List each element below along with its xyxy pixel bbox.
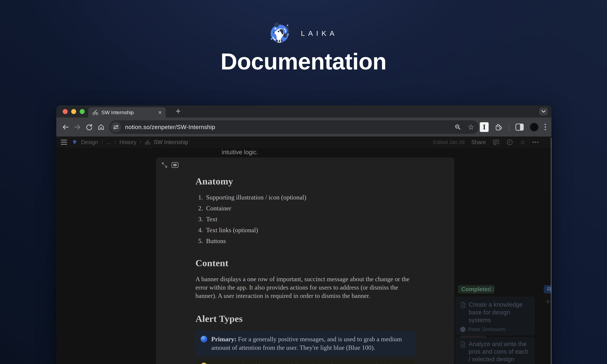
content-paragraph: A banner displays a one row of important… (196, 275, 417, 300)
expand-icon[interactable] (161, 162, 168, 168)
tab-strip: SW Internship × + (56, 105, 552, 117)
toolbar-divider (509, 123, 509, 131)
site-settings-button[interactable] (111, 122, 121, 132)
warning-alert-label: Warning: (211, 363, 238, 364)
notion-actions: Edited Jan 26 Share ☆ ••• (433, 139, 539, 146)
gem-icon (72, 140, 78, 145)
breadcrumb-current[interactable]: SW Internship (154, 139, 188, 145)
tab-sw-internship[interactable]: SW Internship × (88, 107, 166, 117)
browser-window: SW Internship × + (56, 105, 552, 364)
toolbar-extensions: I (480, 122, 546, 132)
notion-content: intuitive logic. Completed 48 Review + C… (56, 148, 552, 364)
page-scrollbar[interactable] (551, 138, 552, 364)
breadcrumb-separator: / (140, 139, 141, 145)
browser-toolbar: notion.so/zenpeter/SW-Internship ☆ I (56, 117, 552, 136)
document-icon (460, 341, 466, 348)
document-icon (460, 302, 466, 308)
edited-timestamp: Edited Jan 26 (433, 139, 465, 145)
extensions-puzzle-icon[interactable] (495, 123, 503, 131)
menu-icon[interactable] (61, 140, 67, 145)
chevron-down-icon (541, 110, 546, 113)
share-button[interactable]: Share (471, 139, 486, 145)
omnibox-icons: ☆ (454, 123, 474, 131)
minimize-window-button[interactable] (71, 109, 76, 114)
anatomy-item: Buttons (205, 238, 417, 244)
primary-alert-text: Primary: For a generally positive messag… (211, 335, 410, 352)
forward-arrow-icon (74, 124, 81, 130)
tab-search-button[interactable] (539, 108, 548, 115)
yellow-dot-icon (201, 363, 207, 364)
add-card-button[interactable]: + (546, 297, 551, 306)
assignee-name: Peter Zenkovich (468, 326, 505, 332)
anatomy-item: Text (205, 216, 417, 222)
side-panel-icon[interactable] (515, 124, 524, 130)
image-block[interactable]: Anatomy Supporting illustration / icon (… (156, 157, 454, 364)
blue-dot-icon (201, 336, 207, 342)
breadcrumb-separator: / (102, 139, 103, 145)
new-tab-button[interactable]: + (172, 105, 184, 117)
anatomy-item: Container (205, 205, 417, 212)
address-bar[interactable]: notion.so/zenpeter/SW-Internship ☆ (109, 120, 479, 134)
anatomy-heading: Anatomy (196, 176, 417, 187)
forward-button[interactable] (71, 120, 83, 134)
kanban-column-review[interactable]: Review (544, 285, 552, 293)
more-options-icon[interactable]: ••• (532, 139, 539, 145)
browser-menu-icon[interactable] (545, 124, 546, 130)
home-button[interactable] (95, 120, 107, 134)
view-original-icon[interactable] (172, 162, 178, 168)
comments-icon[interactable] (493, 139, 500, 146)
primary-alert-callout: Primary: For a generally positive messag… (196, 331, 415, 356)
laika-logo-icon (269, 23, 291, 44)
window-controls (63, 105, 85, 117)
header: LAIKA (0, 23, 607, 44)
tune-icon (113, 124, 119, 130)
bookmark-star-icon[interactable]: ☆ (468, 123, 474, 131)
warning-alert-callout: Warning: Should be used carefully as the… (196, 360, 415, 364)
documentation-body: Anatomy Supporting illustration / icon (… (196, 176, 417, 364)
reload-button[interactable] (83, 120, 95, 134)
intro-paragraph-tail: intuitive logic. (222, 149, 258, 156)
back-arrow-icon (62, 124, 69, 130)
primary-alert-label: Primary: (211, 336, 237, 343)
kanban-column-count: 48 (488, 286, 494, 293)
zoom-page-icon[interactable] (454, 124, 461, 130)
breadcrumb: Design / ... / History / SW Internship (61, 139, 188, 145)
breadcrumb-ellipsis[interactable]: ... (106, 139, 111, 145)
back-button[interactable] (60, 120, 71, 134)
tab-title: SW Internship (101, 109, 155, 116)
assignee-avatar (460, 327, 466, 332)
brand-name: LAIKA (297, 29, 338, 38)
tab-close-icon[interactable]: × (158, 109, 162, 116)
breadcrumb-separator: / (115, 139, 116, 145)
cyclist-favicon-icon (92, 109, 98, 116)
card-title: Create a knowledge base for design syste… (469, 301, 529, 324)
anatomy-item: Text links (optional) (205, 227, 417, 234)
side-panel-fill (520, 124, 523, 130)
image-block-controls (161, 162, 178, 168)
zoom-window-button[interactable] (80, 109, 85, 114)
reload-icon (86, 123, 93, 131)
warning-alert-text: Warning: Should be used carefully as the… (211, 362, 410, 364)
alert-types-heading: Alert Types (196, 313, 417, 324)
content-heading: Content (196, 258, 417, 268)
page-title: Documentation (0, 48, 607, 75)
breadcrumb-root[interactable]: Design (81, 139, 98, 145)
breadcrumb-parent[interactable]: History (119, 139, 136, 145)
extension-i-icon[interactable]: I (480, 122, 489, 132)
cyclist-page-icon (145, 140, 150, 145)
notion-topbar: Design / ... / History / SW Internship E… (56, 136, 552, 148)
close-window-button[interactable] (63, 109, 68, 114)
anatomy-list: Supporting illustration / icon (optional… (196, 194, 417, 244)
favorite-star-icon[interactable]: ☆ (520, 139, 526, 145)
profile-avatar[interactable] (530, 123, 539, 131)
kanban-card[interactable]: Create a knowledge base for design syste… (456, 297, 534, 335)
home-icon (97, 123, 105, 131)
anatomy-item: Supporting illustration / icon (optional… (205, 194, 417, 201)
kanban-card[interactable]: Analyze and write the pros and cons of e… (456, 338, 534, 364)
url-text[interactable]: notion.so/zenpeter/SW-Internship (125, 124, 215, 130)
card-title: Analyze and write the pros and cons of e… (469, 340, 529, 364)
history-clock-icon[interactable] (506, 139, 513, 146)
